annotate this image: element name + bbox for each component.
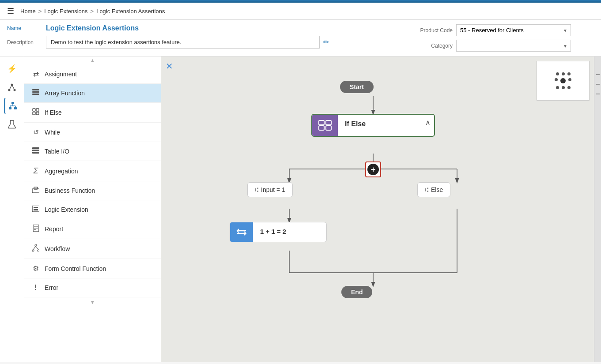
if-else-icon bbox=[31, 108, 40, 117]
edit-icon[interactable]: ✏ bbox=[323, 38, 329, 46]
breadcrumb-sep1: > bbox=[38, 8, 42, 15]
hamburger-icon[interactable]: ☰ bbox=[7, 6, 14, 16]
ifelse-collapse-icon[interactable]: ∧ bbox=[422, 115, 434, 136]
category-label: Category bbox=[408, 43, 453, 49]
sidebar-item-while[interactable]: ↺ While bbox=[24, 123, 161, 142]
name-label: Name bbox=[7, 25, 42, 31]
form-control-label: Form Control Function bbox=[45, 265, 106, 272]
sidebar-item-aggregation[interactable]: Σ Aggregation bbox=[24, 161, 161, 181]
right-panel bbox=[594, 56, 601, 362]
flow-svg bbox=[161, 56, 594, 362]
svg-point-34 bbox=[38, 250, 39, 251]
category-select[interactable] bbox=[456, 40, 571, 52]
else-branch-label: Else bbox=[431, 186, 443, 193]
array-function-icon bbox=[31, 89, 40, 97]
svg-rect-5 bbox=[11, 102, 14, 104]
right-panel-line2 bbox=[596, 84, 600, 85]
iconbar-plug[interactable]: ⚡ bbox=[4, 61, 20, 77]
icon-bar: ⚡ bbox=[0, 56, 24, 362]
input-branch-node[interactable]: ⑆ Input = 1 bbox=[247, 182, 293, 197]
sidebar-item-workflow[interactable]: Workflow bbox=[24, 239, 161, 259]
svg-rect-7 bbox=[14, 107, 17, 109]
breadcrumb: ☰ Home > Logic Extensions > Logic Extens… bbox=[0, 3, 601, 20]
start-node: Start bbox=[340, 81, 374, 93]
minimap-dot bbox=[562, 86, 565, 89]
minimap-dot bbox=[562, 72, 565, 75]
canvas-expand-icon[interactable]: ✕ bbox=[166, 61, 173, 71]
sidebar-item-table-io[interactable]: Table I/O bbox=[24, 142, 161, 161]
svg-line-35 bbox=[33, 246, 36, 250]
workflow-icon bbox=[31, 244, 40, 253]
header-left: Name Logic Extension Assertions Descript… bbox=[7, 24, 400, 49]
svg-rect-18 bbox=[33, 112, 35, 115]
svg-rect-26 bbox=[34, 207, 38, 208]
minimap-dot bbox=[568, 78, 571, 81]
assignment-node[interactable]: 1 + 1 = 2 bbox=[230, 222, 327, 242]
breadcrumb-logic-extensions[interactable]: Logic Extensions bbox=[44, 8, 87, 15]
sidebar: ▲ ⇄ Assignment Array Function If Else ↺ … bbox=[24, 56, 161, 362]
workflow-label: Workflow bbox=[45, 245, 70, 252]
assignment-box[interactable]: 1 + 1 = 2 bbox=[230, 222, 327, 242]
description-input[interactable] bbox=[46, 36, 320, 49]
sidebar-item-assignment[interactable]: ⇄ Assignment bbox=[24, 64, 161, 84]
product-code-wrapper: 55 - Reserved for Clients bbox=[456, 24, 571, 36]
logic-extension-title: Logic Extension Assertions bbox=[46, 24, 139, 32]
array-function-label: Array Function bbox=[45, 90, 85, 97]
minimap bbox=[537, 61, 590, 101]
product-code-select[interactable]: 55 - Reserved for Clients bbox=[456, 24, 571, 36]
else-branch-icon: ⑆ bbox=[425, 186, 428, 193]
add-node-button[interactable]: + bbox=[365, 161, 381, 177]
sidebar-item-report[interactable]: Report bbox=[24, 219, 161, 239]
end-node: End bbox=[341, 286, 372, 298]
header: Name Logic Extension Assertions Descript… bbox=[0, 20, 601, 56]
sidebar-item-error[interactable]: ! Error bbox=[24, 278, 161, 297]
iconbar-network[interactable] bbox=[4, 79, 20, 95]
svg-rect-49 bbox=[319, 126, 324, 130]
else-branch-node[interactable]: ⑆ Else bbox=[417, 182, 450, 197]
sidebar-item-if-else[interactable]: If Else bbox=[24, 103, 161, 123]
error-label: Error bbox=[45, 284, 58, 291]
canvas-area[interactable]: ✕ bbox=[161, 56, 594, 362]
header-right: Product Code 55 - Reserved for Clients C… bbox=[408, 24, 594, 52]
minimap-dot bbox=[556, 72, 559, 75]
ifelse-box[interactable]: If Else ∧ bbox=[311, 114, 435, 137]
svg-line-4 bbox=[12, 85, 15, 90]
iconbar-flask[interactable] bbox=[4, 116, 20, 132]
assignment-label: Assignment bbox=[45, 71, 77, 78]
product-code-label: Product Code bbox=[408, 27, 453, 34]
svg-rect-16 bbox=[33, 109, 35, 111]
input-branch-box[interactable]: ⑆ Input = 1 bbox=[247, 182, 293, 197]
breadcrumb-home[interactable]: Home bbox=[20, 8, 36, 15]
else-branch-box[interactable]: ⑆ Else bbox=[417, 182, 450, 197]
svg-rect-24 bbox=[34, 187, 38, 189]
sidebar-item-form-control-function[interactable]: ⚙ Form Control Function bbox=[24, 259, 161, 278]
input-branch-icon: ⑆ bbox=[255, 186, 258, 193]
table-io-icon bbox=[31, 147, 40, 155]
svg-rect-21 bbox=[32, 150, 39, 151]
ifelse-node[interactable]: If Else ∧ bbox=[311, 114, 435, 137]
sidebar-item-array-function[interactable]: Array Function bbox=[24, 84, 161, 103]
sidebar-item-business-function[interactable]: Business Function bbox=[24, 181, 161, 200]
svg-rect-48 bbox=[326, 120, 331, 125]
error-icon: ! bbox=[31, 284, 40, 292]
assignment-label-text: 1 + 1 = 2 bbox=[253, 222, 293, 242]
if-else-label: If Else bbox=[45, 109, 62, 116]
minimap-dot bbox=[567, 72, 571, 75]
business-function-label: Business Function bbox=[45, 187, 95, 194]
svg-rect-17 bbox=[36, 109, 39, 111]
breadcrumb-sep2: > bbox=[91, 8, 94, 15]
add-node-plus[interactable]: + bbox=[367, 164, 379, 175]
end-label: End bbox=[341, 286, 372, 298]
aggregation-icon: Σ bbox=[31, 166, 40, 176]
main-layout: ⚡ bbox=[0, 56, 601, 362]
iconbar-hierarchy[interactable] bbox=[4, 98, 20, 114]
ifelse-label-text: If Else bbox=[338, 115, 422, 136]
svg-rect-13 bbox=[32, 89, 39, 90]
while-label: While bbox=[45, 129, 60, 136]
logic-extension-label: Logic Extension bbox=[45, 206, 88, 213]
svg-rect-22 bbox=[32, 152, 39, 154]
report-label: Report bbox=[45, 225, 63, 233]
svg-line-3 bbox=[9, 85, 12, 90]
add-node-box[interactable]: + bbox=[365, 161, 381, 177]
sidebar-item-logic-extension[interactable]: Logic Extension bbox=[24, 200, 161, 219]
